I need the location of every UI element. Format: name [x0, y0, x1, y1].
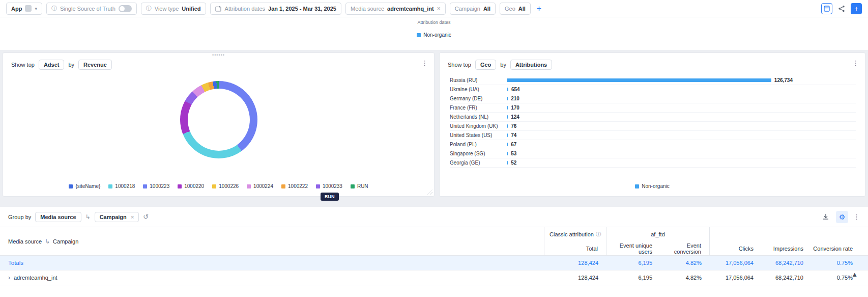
bar-value: 124 — [511, 114, 519, 120]
column-header-clicks[interactable]: Clicks — [710, 246, 762, 252]
geo-bar[interactable] — [507, 115, 508, 119]
metric-selector[interactable]: Attributions — [510, 60, 552, 70]
expand-chevron-icon[interactable]: › — [8, 274, 10, 281]
geo-bar[interactable] — [507, 124, 508, 128]
bar-value: 76 — [511, 123, 516, 129]
row-name[interactable]: Totals — [0, 260, 544, 266]
bar-row: Russia (RU)126,734 — [450, 76, 856, 85]
row-name[interactable]: adremteamhq_int — [14, 275, 57, 281]
close-icon[interactable]: × — [437, 6, 441, 12]
bar-value: 170 — [511, 105, 519, 111]
geo-bar-chart: Russia (RU)126,734 Ukraine (UA)654 Germa… — [450, 76, 856, 168]
kebab-menu-icon[interactable]: ⋮ — [421, 59, 428, 67]
table-toolbar: Group by Media source ↳ Campaign × ↺ ⚙ ⋮ — [0, 207, 868, 227]
legend-swatch — [351, 184, 355, 188]
drag-handle-icon[interactable] — [212, 52, 225, 58]
donut-chart-area — [3, 81, 434, 158]
by-label: by — [500, 62, 506, 68]
column-header-total[interactable]: Total — [544, 241, 606, 255]
geo-bar[interactable] — [507, 106, 508, 110]
campaign-label: Campaign — [455, 6, 480, 12]
legend-item[interactable]: 1000220 — [178, 183, 204, 189]
campaign-filter[interactable]: Campaign All — [450, 3, 496, 15]
group-header-label: Classic attribution — [549, 231, 594, 237]
hover-tooltip: RUN — [321, 193, 339, 201]
dimension-selector[interactable]: Geo — [475, 60, 496, 70]
geo-attributions-widget: Show top Geo by Attributions ⋮ Russia (R… — [439, 52, 865, 197]
legend-item[interactable]: 1000222 — [281, 183, 308, 189]
share-button[interactable] — [836, 4, 847, 14]
sub-arrow-icon: ↳ — [45, 238, 50, 245]
legend-item[interactable]: 1000223 — [143, 183, 169, 189]
metric-selector[interactable]: Revenue — [78, 60, 112, 70]
bar-row: Poland (PL)67 — [450, 140, 856, 149]
top-chart-legend: Non-organic — [0, 32, 868, 38]
by-label: by — [68, 62, 74, 68]
group-chip-media-source[interactable]: Media source — [35, 212, 81, 222]
kebab-menu-icon[interactable]: ⋮ — [852, 59, 859, 67]
geo-bar[interactable] — [507, 78, 771, 82]
first-column-header[interactable]: Media source ↳ Campaign — [0, 227, 544, 255]
column-header-event-conversion[interactable]: Event conversion — [660, 241, 710, 255]
legend-label: 1000226 — [219, 183, 239, 189]
table-kebab-icon[interactable]: ⋮ — [853, 213, 860, 221]
legend-label: Non-organic — [642, 183, 669, 189]
show-top-label: Show top — [11, 62, 35, 68]
group-chip-label: Campaign — [100, 214, 127, 220]
view-type-filter[interactable]: ⓘ View type Unified — [141, 3, 206, 15]
cell-event-conversion: 4.82% — [660, 275, 710, 281]
legend-label: 1000222 — [288, 183, 308, 189]
legend-item[interactable]: 1000226 — [212, 183, 239, 189]
legend-item[interactable]: RUN — [351, 183, 368, 189]
info-icon[interactable]: ⓘ — [596, 231, 601, 238]
top-widget-bottom: Attribution dates Non-organic — [0, 17, 868, 50]
bar-row: United Kingdom (UK)76 — [450, 122, 856, 131]
info-icon: ⓘ — [146, 6, 152, 11]
column-header-event-unique-users[interactable]: Event unique users — [606, 242, 660, 255]
column-header-conversion-rate[interactable]: Conversion rate — [812, 246, 868, 252]
legend-item[interactable]: Non-organic — [635, 183, 669, 189]
download-button[interactable] — [821, 212, 831, 222]
app-filter[interactable]: App ▾ — [6, 3, 42, 15]
geo-bar[interactable] — [507, 133, 508, 137]
sst-filter[interactable]: ⓘ Single Source of Truth — [46, 3, 137, 15]
remove-campaign-icon[interactable]: × — [131, 214, 134, 220]
media-source-filter[interactable]: Media source adremteamhq_int × — [345, 3, 446, 15]
view-type-value: Unified — [182, 6, 200, 12]
board-icon-button[interactable] — [821, 3, 832, 14]
legend-item[interactable]: 1000224 — [247, 183, 273, 189]
adset-donut[interactable] — [180, 81, 257, 158]
calendar-icon — [215, 5, 222, 12]
legend-swatch — [143, 184, 147, 188]
geo-bar[interactable] — [507, 161, 508, 165]
bar-row: Ukraine (UA)654 — [450, 85, 856, 94]
info-icon: ⓘ — [51, 6, 57, 11]
column-header-impressions[interactable]: Impressions — [762, 246, 812, 252]
bar-category: France (FR) — [450, 105, 507, 111]
sst-toggle[interactable] — [119, 5, 132, 12]
geo-bar[interactable] — [507, 143, 508, 146]
geo-bar[interactable] — [507, 88, 508, 91]
geo-filter[interactable]: Geo All — [500, 3, 531, 15]
attribution-dates-filter[interactable]: Attribution dates Jan 1, 2025 - Mar 31, … — [210, 3, 341, 15]
resize-handle[interactable] — [427, 190, 432, 195]
attribution-dates-value: Jan 1, 2025 - Mar 31, 2025 — [268, 6, 336, 12]
bar-row: Netherlands (NL)124 — [450, 113, 856, 122]
add-filter-button[interactable]: + — [535, 4, 543, 13]
geo-bar[interactable] — [507, 97, 508, 100]
dimension-selector[interactable]: Adset — [39, 60, 65, 70]
legend-item[interactable]: 1000233 — [316, 183, 342, 189]
geo-label: Geo — [505, 6, 515, 12]
bar-legend: Non-organic — [440, 183, 865, 189]
cell-event-unique-users: 6,195 — [606, 260, 660, 266]
legend-item[interactable]: {siteName} — [69, 183, 100, 189]
group-chip-campaign[interactable]: Campaign × — [95, 212, 139, 222]
legend-item[interactable]: 1000218 — [108, 183, 135, 189]
legend-swatch — [281, 184, 285, 188]
geo-bar[interactable] — [507, 152, 508, 155]
settings-button[interactable]: ⚙ — [836, 211, 848, 223]
add-widget-button[interactable]: + — [851, 3, 862, 14]
history-icon[interactable]: ↺ — [143, 213, 149, 221]
scroll-top-button[interactable]: ▲ — [848, 270, 861, 279]
legend-swatch — [316, 184, 320, 188]
